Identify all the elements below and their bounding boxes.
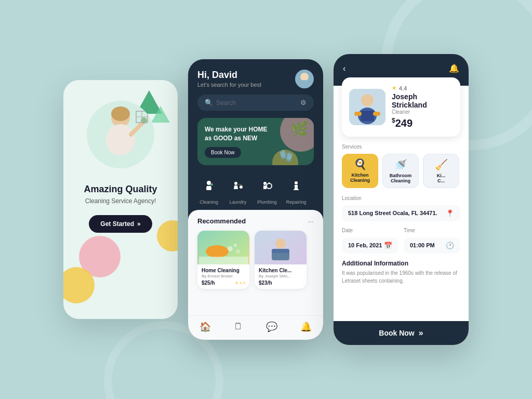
star-icon: ★ xyxy=(392,85,397,91)
date-field[interactable]: 10 Feb, 2021 📅 xyxy=(342,237,398,254)
nav-bookings-icon[interactable]: 🗒 xyxy=(234,321,243,332)
date-time-row: Date 10 Feb, 2021 📅 Time 01:00 PM 🕐 xyxy=(342,228,460,254)
svg-point-37 xyxy=(361,94,374,107)
date-label: Date xyxy=(342,228,398,233)
extra-chip[interactable]: 🧹 Ki...C... xyxy=(423,154,459,188)
extra-chip-icon: 🧹 xyxy=(435,158,448,171)
notification-icon-detail[interactable]: 🔔 xyxy=(449,63,459,73)
cards-row: Home Cleaning By Ernest Brister $25/h ★ … xyxy=(197,231,314,289)
screens-container: Amazing Quality Cleaning Service Agency!… xyxy=(63,54,469,345)
home-cleaning-card-info: Home Cleaning By Ernest Brister $25/h ★ … xyxy=(197,264,249,289)
kitchen-cleaning-card[interactable]: Kitchen Cle... By Joseph Stric... $23/h xyxy=(255,231,307,289)
svg-point-17 xyxy=(267,183,272,189)
kitchen-cleaning-card-image xyxy=(255,231,307,264)
svg-rect-41 xyxy=(373,112,380,116)
splash-screen: Amazing Quality Cleaning Service Agency!… xyxy=(63,80,178,319)
nav-home-icon[interactable]: 🏠 xyxy=(200,321,211,332)
svg-point-31 xyxy=(236,249,240,254)
rating-value: 4.4 xyxy=(399,85,407,91)
cleaner-profile-info: ★ 4.4 Joseph Strickland Cleaner $249 xyxy=(392,85,453,129)
laundry-icon-circle xyxy=(227,175,249,197)
svg-rect-20 xyxy=(294,189,299,190)
svg-rect-35 xyxy=(272,249,289,253)
kitchen-cleaning-chip[interactable]: 🍳 KitchenCleaning xyxy=(342,154,378,188)
additional-info-text: It was popularised in the 1960s with the… xyxy=(342,269,460,285)
nav-chat-icon[interactable]: 💬 xyxy=(266,321,277,332)
cleaner-avatar xyxy=(87,101,154,168)
cleaner-price: $249 xyxy=(392,117,453,129)
card-home-price: $25/h xyxy=(202,280,215,286)
svg-point-2 xyxy=(111,107,130,121)
book-now-footer[interactable]: Book Now » xyxy=(334,321,469,345)
service-cleaning[interactable]: Cleaning xyxy=(197,175,220,205)
svg-rect-28 xyxy=(199,257,248,264)
more-options-icon[interactable]: ··· xyxy=(308,217,314,225)
svg-rect-12 xyxy=(211,183,212,184)
location-value: 518 Long Street Ocala, FL 34471. xyxy=(348,210,437,216)
book-now-label: Book Now xyxy=(379,329,414,337)
banner-good: GOOD xyxy=(214,135,233,142)
cleaner-name: Joseph Strickland xyxy=(392,92,453,109)
location-label: Location xyxy=(342,195,460,201)
svg-point-16 xyxy=(263,182,267,185)
svg-rect-40 xyxy=(354,112,362,116)
arrows-icon-footer: » xyxy=(419,328,423,338)
date-col: Date 10 Feb, 2021 📅 xyxy=(342,228,398,254)
greeting-sub: Let's search for your best xyxy=(197,82,261,88)
home-header: Hi, David Let's search for your best xyxy=(188,59,323,95)
search-bar[interactable]: 🔍 Search ⚙ xyxy=(197,95,314,111)
service-repairing[interactable]: Repairing xyxy=(285,175,308,205)
banner-line1: We make your xyxy=(205,126,248,133)
banner-line3: as NEW xyxy=(232,135,257,142)
splash-title: Amazing Quality xyxy=(84,184,157,195)
svg-line-3 xyxy=(131,122,144,135)
service-laundry-label: Laundry xyxy=(230,200,247,205)
home-cleaning-card[interactable]: Home Cleaning By Ernest Brister $25/h ★ … xyxy=(197,231,249,289)
svg-rect-21 xyxy=(295,187,298,188)
card-home-price-row: $25/h ★ 4.4 xyxy=(202,280,245,286)
svg-point-13 xyxy=(234,182,237,185)
bathroom-cleaning-chip[interactable]: 🚿 BathroomCleaning xyxy=(382,154,419,188)
home-screen: Hi, David Let's search for your best 🔍 S… xyxy=(188,59,323,340)
card-home-rating: ★ 4.4 xyxy=(235,281,245,285)
cleaning-icon: 🧤 xyxy=(279,149,293,163)
user-avatar[interactable] xyxy=(295,70,314,88)
card-kitchen-price-row: $23/h xyxy=(259,280,302,286)
recommended-header: Recommended ··· xyxy=(197,217,314,225)
svg-point-1 xyxy=(106,124,135,155)
get-started-button[interactable]: Get Started » xyxy=(89,215,152,233)
services-section-label: Services xyxy=(342,144,460,150)
banner-book-now-button[interactable]: Book Now xyxy=(205,147,241,158)
svg-point-9 xyxy=(298,80,311,88)
splash-subtitle: Cleaning Service Agency! xyxy=(84,197,157,205)
calendar-icon: 📅 xyxy=(384,242,392,249)
card-kitchen-title: Kitchen Cle... xyxy=(259,268,302,273)
cleaner-role: Cleaner xyxy=(392,109,453,115)
service-laundry[interactable]: Laundry xyxy=(227,175,249,205)
promo-banner: 🌿 🧤 We make your HOME as GOOD as NEW Boo… xyxy=(197,118,314,165)
half-circle-decor xyxy=(157,220,178,251)
price-value: 249 xyxy=(395,117,413,129)
search-left: 🔍 Search xyxy=(205,99,236,107)
card-home-title: Home Cleaning xyxy=(202,268,245,273)
time-col: Time 01:00 PM 🕐 xyxy=(404,228,460,254)
card-home-subtitle: By Ernest Brister xyxy=(202,274,245,278)
bathroom-chip-icon: 🚿 xyxy=(394,158,407,171)
greeting-name: Hi, David xyxy=(197,70,261,81)
search-placeholder: Search xyxy=(216,99,236,107)
svg-rect-26 xyxy=(219,246,222,254)
search-icon: 🔍 xyxy=(205,99,213,107)
filter-icon[interactable]: ⚙ xyxy=(300,99,307,107)
recommended-title: Recommended xyxy=(197,217,246,225)
splash-text: Amazing Quality Cleaning Service Agency! xyxy=(73,184,167,205)
back-button[interactable]: ‹ xyxy=(343,64,345,73)
time-field[interactable]: 01:00 PM 🕐 xyxy=(404,237,460,254)
nav-notifications-icon[interactable]: 🔔 xyxy=(300,321,312,332)
service-plumbing[interactable]: Plumbing xyxy=(256,175,278,205)
card-kitchen-price: $23/h xyxy=(259,280,272,286)
service-plumbing-label: Plumbing xyxy=(257,200,277,205)
repairing-icon-circle xyxy=(285,175,308,197)
svg-rect-14 xyxy=(238,184,242,185)
services-chips: 🍳 KitchenCleaning 🚿 BathroomCleaning 🧹 K… xyxy=(342,154,460,188)
card-kitchen-subtitle: By Joseph Stric... xyxy=(259,274,302,278)
